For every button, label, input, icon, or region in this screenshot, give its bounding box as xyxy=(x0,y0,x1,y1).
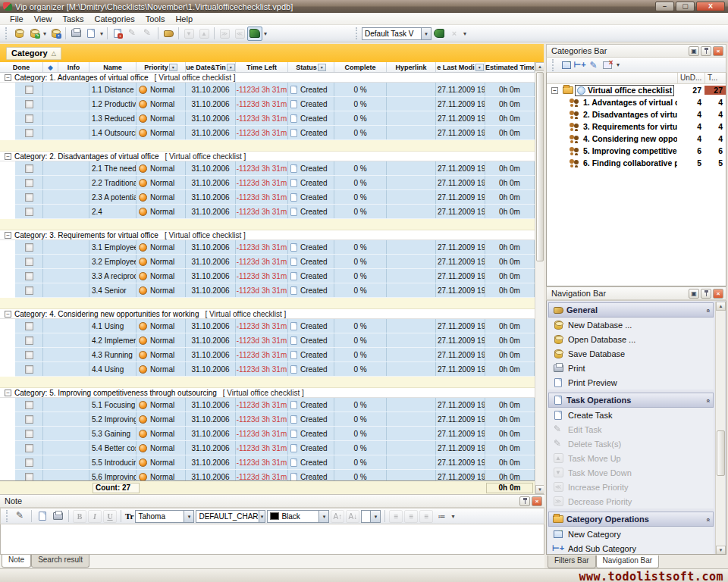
filter-dropdown-icon[interactable]: ▾ xyxy=(169,64,177,71)
group-header[interactable]: −Category: 3. Requirements for virtual o… xyxy=(0,230,535,240)
done-checkbox[interactable] xyxy=(25,193,33,202)
done-checkbox[interactable] xyxy=(25,430,33,438)
note-text-area[interactable] xyxy=(0,524,544,555)
group-header[interactable]: −Category: 4. Considering new opportunit… xyxy=(0,309,535,319)
tab-navigation-bar[interactable]: Navigation Bar xyxy=(596,555,660,568)
clear-view-button[interactable]: × xyxy=(447,27,462,41)
font-combobox[interactable]: Tahoma ▾ xyxy=(135,510,194,523)
task-row[interactable]: 5.6 ImprovingNormal31.10.2006-1123d 3h 3… xyxy=(15,470,535,480)
section-task-operations[interactable]: Task Operations« xyxy=(548,393,714,408)
nav-item-add-sub-category[interactable]: ⊢+Add Sub Category xyxy=(548,541,714,555)
nav-item-edit-task[interactable]: Edit Task xyxy=(548,422,714,436)
categories-toolbar-dropdown[interactable]: ▾ xyxy=(615,61,621,68)
task-row[interactable]: 1.3 ReducedNormal31.10.2006-1123d 3h 31m… xyxy=(15,111,535,126)
column-undone[interactable]: UnD... xyxy=(677,73,704,83)
nav-item-save-database[interactable]: Save Database xyxy=(548,346,714,361)
grid-vertical-scrollbar[interactable]: ▲ ▼ xyxy=(535,62,544,494)
restore-panel-icon[interactable]: ▣ xyxy=(689,289,699,299)
column-header-complete[interactable]: Complete xyxy=(334,62,387,72)
done-checkbox[interactable] xyxy=(25,114,33,123)
task-row[interactable]: 5.3 GainingNormal31.10.2006-1123d 3h 31m… xyxy=(15,427,535,441)
menu-help[interactable]: Help xyxy=(170,14,198,24)
align-left-button[interactable]: ≡ xyxy=(389,510,403,523)
save-database-button[interactable]: ▪ xyxy=(48,27,63,41)
done-checkbox[interactable] xyxy=(25,322,33,330)
task-view-dropdown[interactable]: ▾ xyxy=(421,28,431,39)
task-move-up-button[interactable]: ▲ xyxy=(196,27,212,41)
category-tree-item[interactable]: 6. Finding collaborative partners55 xyxy=(547,157,726,169)
task-row[interactable]: 3.4 SeniorNormal31.10.2006-1123d 3h 31mC… xyxy=(15,283,535,298)
task-row[interactable]: 4.2 ImplementingNormal31.10.2006-1123d 3… xyxy=(15,333,535,348)
group-header[interactable]: −Category: 1. Advantages of virtual offi… xyxy=(0,73,535,83)
task-row[interactable]: 4.1 UsingNormal31.10.2006-1123d 3h 31mCr… xyxy=(15,319,535,333)
scroll-up-arrow[interactable]: ▲ xyxy=(716,302,726,311)
column-header-status[interactable]: Status▾ xyxy=(288,62,334,72)
note-edit-button[interactable] xyxy=(14,510,27,523)
done-checkbox[interactable] xyxy=(25,258,33,266)
align-right-button[interactable]: ≡ xyxy=(419,510,433,523)
navigation-scrollbar[interactable]: ▲ ▼ xyxy=(715,302,725,555)
task-row[interactable]: 2.3 A potentiallyNormal31.10.2006-1123d … xyxy=(15,190,535,205)
nav-item-new-database-[interactable]: New Database ... xyxy=(548,318,714,332)
task-row[interactable]: 3.1 EmployeesNormal31.10.2006-1123d 3h 3… xyxy=(15,240,535,255)
font-size-dropdown[interactable]: ▾ xyxy=(370,511,380,522)
font-dropdown[interactable]: ▾ xyxy=(184,511,193,522)
apply-view-button[interactable] xyxy=(431,27,447,41)
nav-item-open-database-[interactable]: Open Database ... xyxy=(548,332,714,346)
column-header-estimated[interactable]: Estimated Time xyxy=(485,62,535,72)
collapse-tree-icon[interactable]: − xyxy=(551,87,558,94)
group-header[interactable]: −Category: 2. Disadvantages of virtual o… xyxy=(0,152,535,161)
print-button[interactable] xyxy=(68,27,83,41)
category-tree-item[interactable]: 3. Requirements for virtual office44 xyxy=(547,120,726,133)
underline-button[interactable]: U xyxy=(103,510,117,523)
decrease-priority-button[interactable]: ≫ xyxy=(217,27,232,41)
close-panel-icon[interactable]: × xyxy=(532,496,542,506)
done-checkbox[interactable] xyxy=(25,164,33,173)
edit-task-button[interactable] xyxy=(125,27,140,41)
decrease-font-button[interactable]: A↓ xyxy=(346,510,359,523)
restore-panel-icon[interactable]: ▣ xyxy=(689,46,699,56)
done-checkbox[interactable] xyxy=(25,401,33,409)
done-checkbox[interactable] xyxy=(25,444,33,452)
nav-item-decrease-priority[interactable]: ≫Decrease Priority xyxy=(548,494,714,508)
new-category-button[interactable] xyxy=(560,60,572,70)
close-button[interactable]: X xyxy=(696,2,725,11)
task-row[interactable]: 1.2 ProductivityNormal31.10.2006-1123d 3… xyxy=(15,97,535,111)
column-header-info[interactable]: Info xyxy=(58,62,89,72)
scroll-thumb[interactable] xyxy=(536,72,544,261)
category-tree-item[interactable]: 1. Advantages of virtual office44 xyxy=(547,96,726,108)
menu-tasks[interactable]: Tasks xyxy=(57,14,89,24)
nav-item-new-category[interactable]: New Category xyxy=(548,527,714,541)
column-header-flag[interactable]: ◆ xyxy=(43,62,58,72)
done-checkbox[interactable] xyxy=(25,473,33,481)
collapse-section-icon[interactable]: « xyxy=(704,518,711,520)
pin-panel-icon[interactable] xyxy=(519,496,530,506)
tab-note[interactable]: Note xyxy=(2,555,31,568)
font-size-combobox[interactable]: ▾ xyxy=(361,510,381,523)
scroll-down-arrow[interactable]: ▼ xyxy=(716,546,726,555)
column-header-left[interactable]: Time Left xyxy=(236,62,288,72)
bold-button[interactable]: B xyxy=(73,510,86,523)
open-database-dropdown[interactable]: ▾ xyxy=(42,30,48,37)
task-row[interactable]: 2.1 The need toNormal31.10.2006-1123d 3h… xyxy=(15,161,535,176)
category-tree-item[interactable]: 5. Improving competitiveness thr66 xyxy=(547,145,726,157)
print-dropdown[interactable]: ▾ xyxy=(99,30,105,37)
print-preview-button[interactable] xyxy=(83,27,99,41)
task-view-combobox[interactable]: Default Task V ▾ xyxy=(362,27,431,40)
done-checkbox[interactable] xyxy=(25,336,33,345)
group-header[interactable]: −Category: 5. Improving competitiveness … xyxy=(0,388,535,398)
note-print-button[interactable] xyxy=(51,510,64,523)
task-row[interactable]: 5.5 IntroducingNormal31.10.2006-1123d 3h… xyxy=(15,455,535,470)
category-tree-item[interactable]: 2. Disadvantages of virtual offic44 xyxy=(547,108,726,120)
task-row[interactable]: 5.4 Better costNormal31.10.2006-1123d 3h… xyxy=(15,441,535,455)
task-row[interactable]: 1.1 Distance isNormal31.10.2006-1123d 3h… xyxy=(15,83,535,97)
nav-item-print[interactable]: Print xyxy=(548,361,714,375)
filter-dropdown-icon[interactable]: ▾ xyxy=(318,64,326,71)
charset-dropdown[interactable]: ▾ xyxy=(259,511,265,522)
done-checkbox[interactable] xyxy=(25,129,33,137)
nav-item-print-preview[interactable]: Print Preview xyxy=(548,375,714,390)
task-row[interactable]: 5.2 ImprovingNormal31.10.2006-1123d 3h 3… xyxy=(15,412,535,427)
column-header-due[interactable]: ue Date&Tin▾ xyxy=(186,62,236,72)
increase-priority-button[interactable]: ≪ xyxy=(232,27,247,41)
task-row[interactable]: 4.3 RunningNormal31.10.2006-1123d 3h 31m… xyxy=(15,348,535,362)
